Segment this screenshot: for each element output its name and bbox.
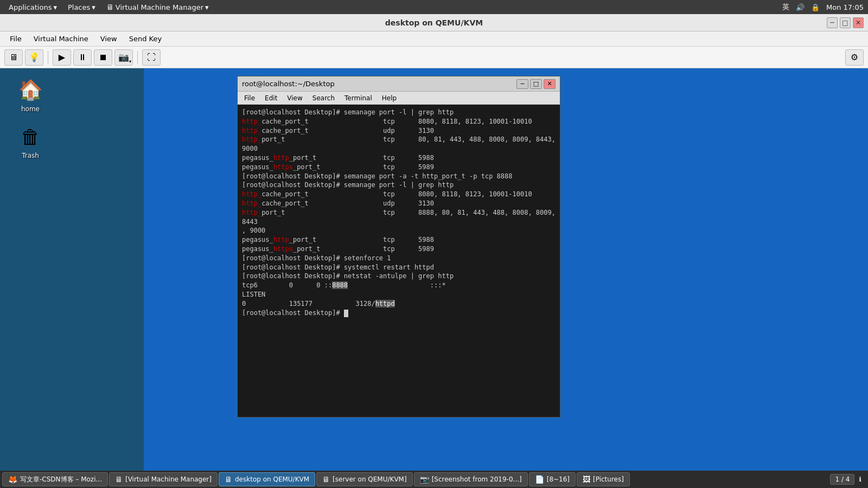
terminal-close-button[interactable]: ✕ [544,79,556,89]
taskbar-screenshot-label: [Screenshot from 2019-0...] [432,476,522,483]
files-816-icon: 📄 [535,475,544,484]
terminal-content[interactable]: [root@localhost Desktop]# semanage port … [238,105,560,417]
terminal-terminal-menu[interactable]: Terminal [340,93,376,103]
term-line-15: [root@localhost Desktop]# setenforce 1 [242,254,556,263]
vm-icon: 🖥 [106,3,114,11]
term-line-2: http_cache_port_t tcp 8080, 8118, 8123, … [242,117,556,126]
taskbar-desktop-qemu-label: desktop on QEMU/KVM [235,476,309,483]
taskbar-files-816-label: [8~16] [547,476,570,483]
term-line-10: http_cache_port_t udp 3130 [242,199,556,208]
taskbar: 🦊 写文章-CSDN博客 – Mozi... 🖥 [Virtual Machin… [0,471,868,488]
close-button[interactable]: ✕ [853,17,864,28]
trash-icon-label: Trash [22,152,39,159]
vm-manager-label: Virtual Machine Manager [116,3,203,11]
term-line-5: pegasus_http_port_t tcp 5988 [242,153,556,163]
volume-icon[interactable]: 🔊 [796,3,805,11]
stop-button[interactable]: ⏹ [94,49,112,66]
terminal-minimize-button[interactable]: ─ [516,79,528,89]
term-line-1: [root@localhost Desktop]# semanage port … [242,108,556,117]
term-line-7: [root@localhost Desktop]# semanage port … [242,172,556,181]
vm-menubar: File Virtual Machine View Send Key [0,31,868,47]
term-line-13: pegasus_http_port_t tcp 5988 [242,235,556,245]
view-menu[interactable]: View [95,33,123,44]
terminal-file-menu[interactable]: File [240,93,259,103]
maximize-button[interactable]: □ [840,17,851,28]
terminal-menubar: File Edit View Search Terminal Help [238,92,560,105]
system-bar-left: Applications ▾ Places ▾ 🖥 Virtual Machin… [4,2,213,12]
taskbar-server-qemu[interactable]: 🖥 [server on QEMU/KVM] [316,472,413,486]
system-bar-right: 英 🔊 🔒 Mon 17:05 [782,2,864,12]
send-key-menu[interactable]: Send Key [124,33,167,44]
virtual-machine-menu[interactable]: Virtual Machine [28,33,94,44]
term-line-9: http_cache_port_t tcp 8080, 8118, 8123, … [242,190,556,199]
taskbar-firefox[interactable]: 🦊 写文章-CSDN博客 – Mozi... [2,472,108,486]
terminal-help-menu[interactable]: Help [378,93,401,103]
settings-button[interactable]: ⚙ [845,49,864,66]
light-button[interactable]: 💡 [25,49,43,66]
terminal-cursor [344,310,348,317]
term-line-20: [root@localhost Desktop]# [242,309,556,318]
home-icon-item[interactable]: 🏠 home [9,77,52,113]
taskbar-firefox-label: 写文章-CSDN博客 – Mozi... [20,475,102,484]
toolbar-separator-2 [137,51,138,64]
terminal-search-menu[interactable]: Search [308,93,339,103]
terminal-edit-menu[interactable]: Edit [260,93,282,103]
term-line-17: [root@localhost Desktop]# netstat -antul… [242,272,556,281]
vm-window-title: desktop on QEMU/KVM [385,18,483,27]
term-line-18: tcp6 0 0 ::8888 :::* LISTEN [242,281,556,299]
monitor-button[interactable]: 🖥 [4,49,23,66]
file-menu[interactable]: File [4,33,27,44]
terminal-maximize-button[interactable]: □ [530,79,542,89]
places-label: Places [68,3,90,11]
desktop-area: 🏠 home 🗑 Trash [0,68,144,471]
places-menu[interactable]: Places ▾ [63,2,100,12]
term-line-14: pegasus_https_port_t tcp 5989 [242,245,556,254]
home-folder-icon: 🏠 [17,77,43,103]
pause-button[interactable]: ⏸ [73,49,92,66]
places-chevron-icon: ▾ [92,3,95,11]
snapshot-button[interactable]: 📷 ▾ [114,49,133,66]
toolbar-separator-1 [48,51,48,64]
vm-titlebar-controls: ─ □ ✕ [827,17,864,28]
taskbar-vm-manager-label: [Virtual Machine Manager] [125,476,212,483]
info-icon[interactable]: ℹ [859,476,861,483]
fullscreen-button[interactable]: ⛶ [142,49,161,66]
pager-label: 1 / 4 [835,476,850,483]
term-line-16: [root@localhost Desktop]# systemctl rest… [242,263,556,272]
taskbar-vm-manager[interactable]: 🖥 [Virtual Machine Manager] [109,472,218,486]
taskbar-screenshot[interactable]: 📷 [Screenshot from 2019-0...] [414,472,528,486]
desktop-qemu-icon: 🖥 [225,475,232,484]
minimize-button[interactable]: ─ [827,17,838,28]
apps-chevron-icon: ▾ [53,3,57,11]
taskbar-pictures-label: [Pictures] [593,476,624,483]
trash-icon-item[interactable]: 🗑 Trash [9,124,52,159]
terminal-window: root@localhost:~/Desktop ─ □ ✕ File Edit… [237,76,560,418]
firefox-icon: 🦊 [8,475,17,484]
taskbar-server-qemu-label: [server on QEMU/KVM] [333,476,407,483]
vm-chevron-icon: ▾ [205,3,209,11]
vm-manager-taskbar-icon: 🖥 [115,475,123,484]
vm-toolbar: 🖥 💡 ▶ ⏸ ⏹ 📷 ▾ ⛶ ⚙ [0,47,868,68]
workspace-pager[interactable]: 1 / 4 [830,474,854,485]
applications-menu[interactable]: Applications ▾ [4,2,61,12]
term-line-19: 0 135177 3128/httpd [242,299,556,309]
screenshot-icon: 📷 [420,475,429,484]
term-line-3: http_cache_port_t udp 3130 [242,126,556,136]
terminal-title-controls: ─ □ ✕ [516,79,556,89]
play-button[interactable]: ▶ [53,49,71,66]
term-line-8: [root@localhost Desktop]# semanage port … [242,181,556,190]
term-line-12: , 9000 [242,226,556,235]
network-icon[interactable]: 🔒 [811,3,820,11]
taskbar-pictures[interactable]: 🖼 [Pictures] [577,472,630,486]
language-indicator[interactable]: 英 [782,2,789,12]
term-line-6: pegasus_https_port_t tcp 5989 [242,163,556,172]
terminal-view-menu[interactable]: View [283,93,307,103]
server-qemu-icon: 🖥 [322,475,330,484]
taskbar-right: 1 / 4 ℹ [830,474,866,485]
terminal-title: root@localhost:~/Desktop [242,80,335,88]
taskbar-desktop-qemu[interactable]: 🖥 desktop on QEMU/KVM [219,472,315,486]
taskbar-files-816[interactable]: 📄 [8~16] [529,472,576,486]
clock: Mon 17:05 [826,3,864,11]
vm-manager-menu[interactable]: 🖥 Virtual Machine Manager ▾ [102,2,213,12]
terminal-titlebar: root@localhost:~/Desktop ─ □ ✕ [238,76,560,92]
